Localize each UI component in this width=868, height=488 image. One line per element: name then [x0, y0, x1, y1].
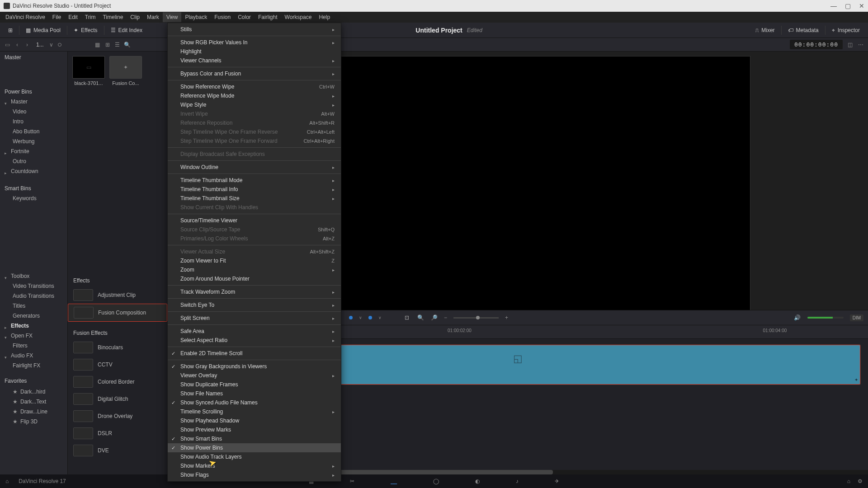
menu-thumb-info[interactable]: Timeline Thumbnail Info▸ — [168, 185, 341, 194]
bin-countdown[interactable]: Countdown — [0, 166, 67, 176]
fx-digital-glitch[interactable]: Digital Glitch — [68, 390, 167, 408]
menu-overlay[interactable]: Viewer Overlay▸ — [168, 371, 341, 380]
menu-workspace[interactable]: Workspace — [281, 12, 316, 22]
menu-src-tl[interactable]: Source/Timeline Viewer — [168, 216, 341, 225]
list-view-icon[interactable]: ☰ — [114, 41, 121, 48]
deliver-page-icon[interactable]: ✈ — [555, 478, 559, 484]
fairlight-node[interactable]: Fairlight FX — [0, 361, 67, 371]
menu-synced[interactable]: ✓Show Synced Audio File Names — [168, 398, 341, 407]
menu-mark[interactable]: Mark — [143, 12, 163, 22]
menu-zoom[interactable]: Zoom▸ — [168, 265, 341, 274]
generators-node[interactable]: Generators — [0, 311, 67, 321]
menu-trim[interactable]: Trim — [81, 12, 99, 22]
grid-view-icon[interactable]: ⊞ — [104, 41, 111, 48]
effects-button[interactable]: ✦Effects — [69, 25, 102, 35]
bin-video[interactable]: Video — [0, 107, 67, 117]
menu-smart-bins[interactable]: ✓Show Smart Bins — [168, 434, 341, 443]
menu-power-bins[interactable]: ✓Show Power Bins — [168, 443, 341, 452]
volume-slider[interactable] — [807, 317, 844, 319]
menu-tl-scroll[interactable]: Timeline Scrolling▸ — [168, 407, 341, 416]
menu-thumb-mode[interactable]: Timeline Thumbnail Mode▸ — [168, 176, 341, 185]
effects-node[interactable]: Effects — [0, 321, 67, 331]
menu-help[interactable]: Help — [315, 12, 334, 22]
master-bin[interactable]: Master — [0, 52, 67, 62]
menu-track-wave[interactable]: Track Waveform Zoom▸ — [168, 287, 341, 296]
fav-4[interactable]: ★Flip 3D — [0, 417, 67, 427]
menu-ref-mode[interactable]: Reference Wipe Mode▸ — [168, 91, 341, 100]
menu-file[interactable]: File — [49, 12, 65, 22]
fx-dslr[interactable]: DSLR — [68, 425, 167, 442]
filters-node[interactable]: Filters — [0, 341, 67, 351]
menu-safe[interactable]: Safe Area▸ — [168, 327, 341, 336]
dual-view-icon[interactable]: ◫ — [846, 41, 854, 48]
snapping-icon[interactable]: ⊡ — [403, 314, 410, 321]
menu-timeline[interactable]: Timeline — [99, 12, 127, 22]
menu-file-names[interactable]: Show File Names — [168, 389, 341, 398]
menu-preview[interactable]: Show Preview Marks — [168, 425, 341, 434]
marker-blue-icon[interactable] — [368, 316, 372, 319]
menu-dup-frames[interactable]: Show Duplicate Frames — [168, 380, 341, 389]
dim-button[interactable]: DIM — [850, 314, 863, 321]
menu-wipe-style[interactable]: Wipe Style▸ — [168, 100, 341, 109]
menu-bypass[interactable]: Bypass Color and Fusion▸ — [168, 69, 341, 78]
fx-binoculars[interactable]: Binoculars — [68, 339, 167, 356]
search-icon[interactable]: 🔍 — [124, 41, 131, 48]
fx-colored-border[interactable]: Colored Border — [68, 373, 167, 390]
titles-node[interactable]: Titles — [0, 301, 67, 311]
color-page-icon[interactable]: ◐ — [475, 478, 480, 484]
edit-index-button[interactable]: ☰Edit Index — [106, 25, 147, 35]
bin-view-icon[interactable]: ▭ — [4, 41, 11, 48]
clip-thumb-1[interactable]: ▭ black-3701... — [72, 56, 105, 86]
project-manager-icon[interactable]: ⌂ — [847, 478, 850, 484]
fav-2[interactable]: ★Dark...Text — [0, 397, 67, 407]
menu-split[interactable]: Split Screen▸ — [168, 314, 341, 323]
menu-enable-2d[interactable]: ✓Enable 2D Timeline Scroll — [168, 349, 341, 358]
menu-switch-eye[interactable]: Switch Eye To▸ — [168, 300, 341, 310]
clip-thumb-2[interactable]: ✦ Fusion Co... — [109, 56, 142, 86]
media-pool-button[interactable]: ▦Media Pool — [21, 25, 65, 35]
inspector-button[interactable]: ⌖Inspector — [827, 25, 864, 35]
zoom-out-icon[interactable]: 🔍 — [417, 314, 424, 321]
fx-adjustment-clip[interactable]: Adjustment Clip — [68, 286, 167, 304]
audio-transitions[interactable]: Audio Transitions — [0, 291, 67, 301]
menu-view[interactable]: View — [163, 12, 182, 22]
menu-rgb-picker[interactable]: Show RGB Picker Values In▸ — [168, 38, 341, 47]
close-button[interactable]: ✕ — [859, 2, 864, 9]
menu-flags[interactable]: Show Flags▸ — [168, 470, 341, 479]
menu-edit[interactable]: Edit — [65, 12, 81, 22]
thumb-view-icon[interactable]: ▦ — [94, 41, 101, 48]
video-transitions[interactable]: Video Transitions — [0, 281, 67, 291]
menu-zoom-fit[interactable]: Zoom Viewer to FitZ — [168, 256, 341, 265]
bin-fortnite[interactable]: Fortnite — [0, 146, 67, 156]
bin-keywords[interactable]: Keywords — [0, 193, 67, 203]
menu-zoom-mouse[interactable]: Zoom Around Mouse Pointer — [168, 274, 341, 283]
menu-ref-wipe[interactable]: Show Reference WipeCtrl+W — [168, 82, 341, 91]
menu-aspect[interactable]: Select Aspect Ratio▸ — [168, 336, 341, 345]
menu-viewer-channels[interactable]: Viewer Channels▸ — [168, 56, 341, 65]
power-bins-master[interactable]: Master — [0, 97, 67, 107]
metadata-button[interactable]: 🏷Metadata — [783, 25, 823, 35]
fx-drone-overlay[interactable]: Drone Overlay — [68, 408, 167, 425]
nav-fwd-icon[interactable]: › — [24, 41, 31, 48]
menu-fairlight[interactable]: Fairlight — [255, 12, 281, 22]
bin-intro[interactable]: Intro — [0, 117, 67, 127]
bin-abo-button[interactable]: Abo Button — [0, 127, 67, 136]
menu-audio-layers[interactable]: Show Audio Track Layers — [168, 452, 341, 461]
settings-icon[interactable]: ⚙ — [858, 478, 863, 484]
edit-page-icon[interactable]: ⎯⎯ — [391, 478, 397, 484]
cut-page-icon[interactable]: ✂ — [350, 478, 354, 484]
fav-1[interactable]: ★Dark...hird — [0, 387, 67, 397]
toolbox-node[interactable]: Toolbox — [0, 271, 67, 281]
fx-fusion-composition[interactable]: Fusion Composition — [68, 304, 167, 322]
fx-cctv[interactable]: CCTV — [68, 356, 167, 373]
bin-outro[interactable]: Outro — [0, 156, 67, 166]
menu-thumb-size[interactable]: Timeline Thumbnail Size▸ — [168, 194, 341, 203]
menu-fusion[interactable]: Fusion — [211, 12, 234, 22]
menu-color[interactable]: Color — [234, 12, 255, 22]
openfx-node[interactable]: Open FX — [0, 331, 67, 341]
menu-playhead[interactable]: Show Playhead Shadow — [168, 416, 341, 425]
mixer-button[interactable]: ⎍Mixer — [751, 25, 779, 35]
menu-markers[interactable]: Show Markers▸ — [168, 461, 341, 470]
audiofx-node[interactable]: Audio FX — [0, 351, 67, 361]
bin-werbung[interactable]: Werbung — [0, 136, 67, 146]
